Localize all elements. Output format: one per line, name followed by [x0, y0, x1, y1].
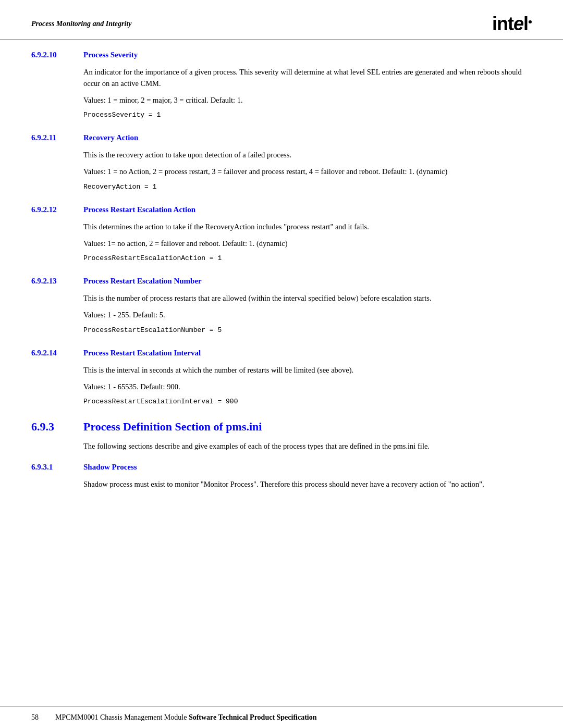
- intel-logo-dot: [529, 20, 532, 23]
- section-heading-6-9-3-1: 6.9.3.1 Shadow Process: [31, 463, 532, 472]
- section-number-6-9-2-13: 6.9.2.13: [31, 277, 69, 286]
- section-body-6-9-2-10: An indicator for the importance of a giv…: [83, 67, 532, 119]
- para-6-9-3-1-1: Shadow process must exist to monitor "Mo…: [83, 479, 532, 490]
- footer-text-bold: Software Technical Product Specification: [189, 713, 317, 721]
- section-6-9-2-10: 6.9.2.10 Process Severity An indicator f…: [31, 51, 532, 119]
- section-6-9-3-1: 6.9.3.1 Shadow Process Shadow process mu…: [31, 463, 532, 490]
- code-6-9-2-10: ProcessSeverity = 1: [83, 111, 532, 119]
- section-body-6-9-3-1: Shadow process must exist to monitor "Mo…: [83, 479, 532, 490]
- section-6-9-2-11: 6.9.2.11 Recovery Action This is the rec…: [31, 133, 532, 191]
- para-6-9-2-13-2: Values: 1 - 255. Default: 5.: [83, 310, 532, 321]
- para-6-9-2-13-1: This is the number of process restarts t…: [83, 293, 532, 304]
- page-footer: 58 MPCMM0001 Chassis Management Module S…: [0, 707, 563, 728]
- code-6-9-2-12: ProcessRestartEscalationAction = 1: [83, 254, 532, 262]
- intel-logo-text: intel: [492, 13, 528, 34]
- para-6-9-2-14-1: This is the interval in seconds at which…: [83, 365, 532, 376]
- para-6-9-2-10-1: An indicator for the importance of a giv…: [83, 67, 532, 90]
- code-6-9-2-11: RecoveryAction = 1: [83, 183, 532, 191]
- section-title-6-9-2-11: Recovery Action: [83, 133, 138, 142]
- intel-logo: intel: [492, 15, 532, 33]
- section-6-9-2-13: 6.9.2.13 Process Restart Escalation Numb…: [31, 277, 532, 334]
- section-heading-6-9-2-10: 6.9.2.10 Process Severity: [31, 51, 532, 59]
- code-6-9-2-14: ProcessRestartEscalationInterval = 900: [83, 398, 532, 405]
- para-6-9-2-11-1: This is the recovery action to take upon…: [83, 150, 532, 161]
- header-title: Process Monitoring and Integrity: [31, 15, 132, 28]
- code-6-9-2-13: ProcessRestartEscalationNumber = 5: [83, 326, 532, 334]
- page-header: Process Monitoring and Integrity intel: [0, 0, 563, 40]
- section-heading-6-9-2-14: 6.9.2.14 Process Restart Escalation Inte…: [31, 349, 532, 357]
- footer-text-regular: MPCMM0001 Chassis Management Module: [55, 713, 189, 721]
- para-6-9-2-10-2: Values: 1 = minor, 2 = major, 3 = critic…: [83, 95, 532, 106]
- para-6-9-2-14-2: Values: 1 - 65535. Default: 900.: [83, 381, 532, 393]
- section-body-6-9-2-12: This determines the action to take if th…: [83, 221, 532, 263]
- section-body-6-9-3: The following sections describe and give…: [83, 441, 532, 452]
- section-heading-6-9-3: 6.9.3 Process Definition Section of pms.…: [31, 420, 532, 434]
- main-content: 6.9.2.10 Process Severity An indicator f…: [0, 45, 563, 707]
- section-number-6-9-2-11: 6.9.2.11: [31, 133, 69, 142]
- para-6-9-3-1: The following sections describe and give…: [83, 441, 532, 452]
- section-title-6-9-2-14: Process Restart Escalation Interval: [83, 349, 201, 357]
- section-heading-6-9-2-12: 6.9.2.12 Process Restart Escalation Acti…: [31, 205, 532, 214]
- section-number-6-9-2-12: 6.9.2.12: [31, 205, 69, 214]
- page: Process Monitoring and Integrity intel 6…: [0, 0, 563, 728]
- section-title-6-9-3: Process Definition Section of pms.ini: [83, 420, 262, 434]
- section-number-6-9-3: 6.9.3: [31, 420, 69, 434]
- para-6-9-2-12-1: This determines the action to take if th…: [83, 221, 532, 233]
- section-number-6-9-2-14: 6.9.2.14: [31, 349, 69, 357]
- footer-page-number: 58: [31, 713, 47, 722]
- section-6-9-2-12: 6.9.2.12 Process Restart Escalation Acti…: [31, 205, 532, 263]
- section-title-6-9-2-10: Process Severity: [83, 51, 138, 59]
- section-body-6-9-2-13: This is the number of process restarts t…: [83, 293, 532, 334]
- para-6-9-2-12-2: Values: 1= no action, 2 = failover and r…: [83, 238, 532, 250]
- section-body-6-9-2-14: This is the interval in seconds at which…: [83, 365, 532, 406]
- para-6-9-2-11-2: Values: 1 = no Action, 2 = process resta…: [83, 166, 532, 178]
- section-heading-6-9-2-11: 6.9.2.11 Recovery Action: [31, 133, 532, 142]
- section-number-6-9-3-1: 6.9.3.1: [31, 463, 69, 472]
- section-6-9-2-14: 6.9.2.14 Process Restart Escalation Inte…: [31, 349, 532, 406]
- section-6-9-3: 6.9.3 Process Definition Section of pms.…: [31, 420, 532, 452]
- footer-text: MPCMM0001 Chassis Management Module Soft…: [55, 713, 317, 722]
- section-title-6-9-2-13: Process Restart Escalation Number: [83, 277, 202, 286]
- section-body-6-9-2-11: This is the recovery action to take upon…: [83, 150, 532, 191]
- section-title-6-9-3-1: Shadow Process: [83, 463, 137, 472]
- section-title-6-9-2-12: Process Restart Escalation Action: [83, 205, 195, 214]
- section-number-6-9-2-10: 6.9.2.10: [31, 51, 69, 59]
- section-heading-6-9-2-13: 6.9.2.13 Process Restart Escalation Numb…: [31, 277, 532, 286]
